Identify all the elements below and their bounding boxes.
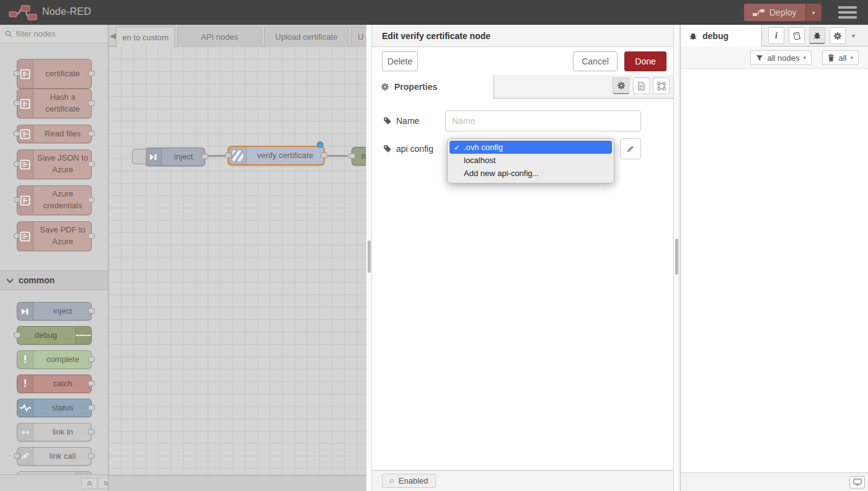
delete-button[interactable]: Delete xyxy=(382,51,418,71)
trash-icon xyxy=(828,54,835,62)
open-debug-window-button[interactable] xyxy=(849,476,865,489)
appearance-box-icon xyxy=(657,82,666,91)
palette-node-label: Azure credentials xyxy=(34,186,91,215)
monitor-icon xyxy=(853,479,862,486)
config-tab-button[interactable] xyxy=(830,27,846,44)
certificate-icon xyxy=(17,222,33,250)
palette-node-label: complete xyxy=(34,351,91,368)
done-button[interactable]: Done xyxy=(624,51,666,71)
palette-node-label: inject xyxy=(34,303,91,320)
flow-node-partial[interactable]: n xyxy=(352,147,366,166)
palette-node-label: certificate xyxy=(34,60,91,88)
dropdown-option-ovh-config[interactable]: ✓ .ovh config xyxy=(450,141,612,154)
palette-node-read-files[interactable]: Read files xyxy=(17,125,92,143)
wire[interactable] xyxy=(327,155,348,157)
palette-node-debug[interactable]: debug xyxy=(17,326,92,345)
flow-canvas[interactable]: inject verify certificate n ◀ en to cust… xyxy=(108,25,366,491)
canvas-scrollbar[interactable] xyxy=(366,25,372,491)
name-input[interactable] xyxy=(445,110,641,131)
description-button[interactable] xyxy=(633,77,650,94)
scrollbar-thumb[interactable] xyxy=(368,241,371,273)
flow-node-label: inject xyxy=(162,148,205,166)
cancel-button[interactable]: Cancel xyxy=(573,51,618,71)
dialog-title: Edit verify certificate node xyxy=(382,31,490,41)
palette-node-label: Save PDF to Azure xyxy=(34,222,91,250)
right-sidebar: debug i ▾ all nodes ▾ all ▾ xyxy=(680,25,868,491)
palette-node-catch[interactable]: ! catch xyxy=(17,374,92,393)
dialog-scrollbar[interactable] xyxy=(673,25,680,491)
bug-icon xyxy=(689,32,698,40)
inject-icon xyxy=(146,148,162,166)
palette-node-link-call[interactable]: link call xyxy=(17,447,92,466)
main-menu-button[interactable] xyxy=(838,6,857,19)
deploy-options-arrow[interactable]: ▾ xyxy=(805,4,822,21)
palette-node-label: link in xyxy=(34,423,91,441)
help-tab-button[interactable] xyxy=(789,27,805,44)
debug-tab-button[interactable] xyxy=(809,27,825,44)
category-label: common xyxy=(19,275,55,285)
palette-node-save-pdf[interactable]: Save PDF to Azure xyxy=(17,221,92,251)
link-icon xyxy=(17,448,33,465)
appearance-button[interactable] xyxy=(653,77,670,94)
palette-node-complete[interactable]: ! complete xyxy=(17,350,92,369)
canvas-grid[interactable]: inject verify certificate n xyxy=(108,46,366,475)
info-icon: i xyxy=(775,31,777,41)
info-tab-button[interactable]: i xyxy=(768,27,784,44)
search-input[interactable] xyxy=(16,29,91,38)
flow-node-verify-certificate[interactable]: verify certificate xyxy=(228,146,325,166)
flow-tab-3[interactable]: Upload certificate xyxy=(264,27,348,46)
flow-node-inject[interactable]: inject xyxy=(145,148,205,166)
scrollbar-thumb[interactable] xyxy=(675,239,678,275)
edit-config-button[interactable] xyxy=(620,138,641,159)
edit-node-dialog: Edit verify certificate node Delete Canc… xyxy=(372,25,673,491)
checkmark-icon: ✓ xyxy=(454,143,464,152)
flow-tab-4[interactable]: U xyxy=(351,27,366,46)
pencil-icon xyxy=(626,144,635,153)
inject-icon xyxy=(17,303,33,320)
palette-node-label: status xyxy=(34,399,91,417)
expand-all-button[interactable] xyxy=(98,478,108,489)
palette-node-azure-credentials[interactable]: Azure credentials xyxy=(17,185,92,215)
palette-search[interactable] xyxy=(0,25,108,43)
flow-node-label: verify certificate xyxy=(247,147,324,164)
name-field-label: Name xyxy=(383,116,419,126)
dialog-footer: ○ Enabled xyxy=(372,470,673,491)
flow-node-label: n xyxy=(352,148,366,165)
palette-node-certificate[interactable]: certificate xyxy=(17,59,92,89)
palette-node-label: Hash a certificate xyxy=(34,89,91,118)
exclamation-icon: ! xyxy=(17,375,33,392)
palette-node-inject[interactable]: inject xyxy=(17,302,92,321)
sidebar-menu-caret[interactable]: ▾ xyxy=(852,32,855,39)
flow-tab-2[interactable]: API nodes xyxy=(177,27,262,46)
tab-properties[interactable]: Properties xyxy=(372,75,494,99)
clear-messages-button[interactable]: all ▾ xyxy=(822,50,859,65)
tab-scroll-left-icon[interactable]: ◀ xyxy=(110,31,116,40)
dropdown-option-add-new[interactable]: Add new api-config... xyxy=(450,167,612,180)
palette-category-common[interactable]: common xyxy=(0,270,108,290)
palette-node-save-json[interactable]: Save JSON to Azure xyxy=(17,149,92,179)
api-config-dropdown-menu: ✓ .ovh config localhost Add new api-conf… xyxy=(447,138,614,184)
gear-icon xyxy=(381,82,389,91)
tab-debug[interactable]: debug xyxy=(681,25,762,46)
palette-scroll-area[interactable]: certificate Hash a certificate Read file… xyxy=(0,43,108,474)
edit-properties-button[interactable] xyxy=(613,77,629,94)
deploy-label: Deploy xyxy=(769,7,797,17)
collapse-all-button[interactable] xyxy=(81,478,97,489)
palette-node-status[interactable]: status xyxy=(17,399,92,417)
palette-node-link-in[interactable]: link in xyxy=(17,423,92,441)
debug-list-icon xyxy=(75,327,91,344)
debug-message-list[interactable] xyxy=(681,69,868,472)
app-title: Node-RED xyxy=(42,6,91,17)
dialog-header: Edit verify certificate node xyxy=(372,25,673,47)
palette-node-hash-certificate[interactable]: Hash a certificate xyxy=(17,89,92,118)
tab-debug-label: debug xyxy=(702,31,728,41)
chevron-down-icon xyxy=(6,276,13,283)
flow-tab-1[interactable]: en to custom xyxy=(116,27,175,47)
filter-nodes-button[interactable]: all nodes ▾ xyxy=(750,50,812,65)
output-port[interactable] xyxy=(202,154,208,159)
dropdown-option-localhost[interactable]: localhost xyxy=(450,154,612,167)
deploy-button[interactable]: Deploy ▾ xyxy=(744,4,822,21)
inject-trigger-button[interactable] xyxy=(132,149,146,164)
link-icon xyxy=(17,423,33,441)
enabled-toggle-button[interactable]: ○ Enabled xyxy=(382,474,436,488)
